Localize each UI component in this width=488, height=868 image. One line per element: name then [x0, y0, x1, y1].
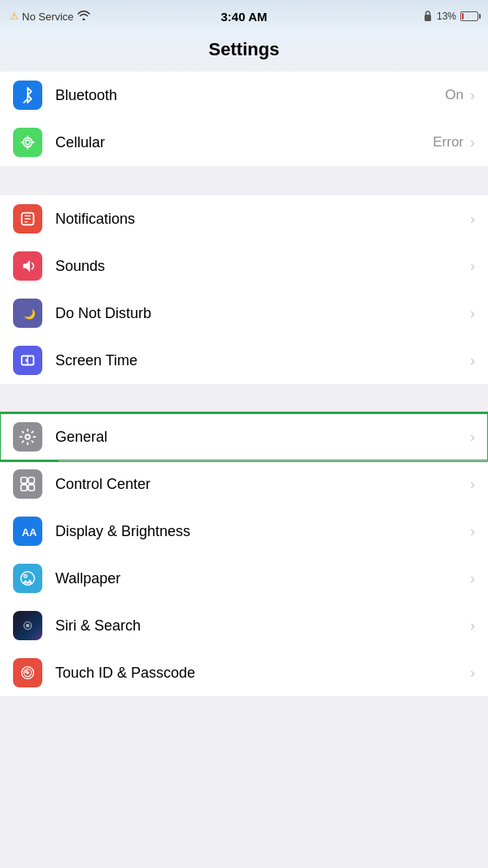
svg-marker-11: [24, 260, 30, 273]
notifications-section: Notifications › Sounds › 🌙 Do Not Distur…: [0, 195, 488, 384]
wallpaper-row[interactable]: Wallpaper ›: [0, 555, 488, 602]
warning-icon: ⚠: [10, 11, 19, 22]
page-title: Settings: [0, 31, 488, 72]
gap-1: [0, 166, 488, 195]
display-label: Display & Brightness: [55, 523, 470, 540]
status-bar: ⚠ No Service 3:40 AM 13%: [0, 0, 488, 31]
touch-id-chevron: ›: [470, 665, 475, 682]
siri-icon: [13, 611, 42, 640]
sounds-chevron: ›: [470, 258, 475, 275]
control-center-row[interactable]: Control Center ›: [0, 460, 488, 508]
general-label: General: [55, 429, 470, 446]
battery-percent: 13%: [437, 11, 456, 22]
dnd-label: Do Not Disturb: [55, 305, 470, 322]
svg-rect-16: [21, 478, 27, 483]
bluetooth-row[interactable]: Bluetooth On ›: [0, 72, 488, 119]
control-center-chevron: ›: [470, 476, 475, 493]
bluetooth-icon: [13, 81, 42, 110]
wallpaper-chevron: ›: [470, 570, 475, 587]
general-icon: [13, 422, 42, 451]
cellular-chevron: ›: [470, 134, 475, 151]
general-chevron: ›: [470, 429, 475, 446]
cellular-icon: [13, 128, 42, 157]
dnd-icon: 🌙: [13, 299, 42, 328]
svg-point-22: [24, 574, 27, 578]
general-row[interactable]: General ›: [0, 413, 488, 460]
no-service-text: No Service: [22, 11, 74, 23]
svg-point-24: [26, 624, 30, 628]
bluetooth-value: On: [445, 87, 464, 103]
display-chevron: ›: [470, 523, 475, 540]
lock-icon: [423, 10, 433, 24]
connectivity-group: Bluetooth On › Cellular Error ›: [0, 72, 488, 166]
svg-rect-19: [28, 485, 34, 491]
siri-label: Siri & Search: [55, 617, 470, 635]
svg-text:AA: AA: [22, 526, 37, 539]
screen-time-icon: [13, 346, 42, 375]
wallpaper-label: Wallpaper: [55, 570, 470, 587]
status-time: 3:40 AM: [221, 10, 268, 24]
bluetooth-chevron: ›: [470, 87, 475, 104]
dnd-chevron: ›: [470, 305, 475, 322]
svg-point-2: [25, 140, 30, 145]
connectivity-section: Bluetooth On › Cellular Error ›: [0, 72, 488, 166]
siri-chevron: ›: [470, 617, 475, 635]
touch-id-row[interactable]: Touch ID & Passcode ›: [0, 649, 488, 696]
cellular-row[interactable]: Cellular Error ›: [0, 119, 488, 166]
sounds-row[interactable]: Sounds ›: [0, 242, 488, 290]
general-group: General › Control Center › AA Displa: [0, 413, 488, 696]
svg-rect-17: [28, 478, 34, 483]
status-right: 13%: [423, 10, 478, 24]
screen-time-label: Screen Time: [55, 352, 470, 369]
siri-row[interactable]: Siri & Search ›: [0, 602, 488, 649]
gap-2: [0, 384, 488, 413]
svg-point-15: [25, 434, 30, 439]
notifications-group: Notifications › Sounds › 🌙 Do Not Distur…: [0, 195, 488, 384]
display-icon: AA: [13, 517, 42, 546]
sounds-icon: [13, 251, 42, 281]
notifications-row[interactable]: Notifications ›: [0, 195, 488, 242]
wifi-icon: [77, 10, 90, 23]
cellular-label: Cellular: [55, 134, 433, 151]
touch-id-label: Touch ID & Passcode: [55, 665, 470, 682]
general-section: General › Control Center › AA Displa: [0, 413, 488, 696]
control-center-label: Control Center: [55, 476, 470, 493]
cellular-value: Error: [433, 134, 464, 150]
control-center-icon: [13, 469, 42, 499]
svg-rect-18: [21, 485, 27, 491]
screen-time-row[interactable]: Screen Time ›: [0, 337, 488, 384]
battery-icon: [460, 11, 478, 21]
notifications-icon: [13, 204, 42, 233]
screen-time-chevron: ›: [470, 352, 475, 369]
bluetooth-label: Bluetooth: [55, 87, 445, 104]
display-row[interactable]: AA Display & Brightness ›: [0, 508, 488, 555]
svg-text:🌙: 🌙: [24, 308, 36, 320]
sounds-label: Sounds: [55, 258, 470, 275]
svg-point-1: [24, 138, 33, 147]
wallpaper-icon: [13, 564, 42, 593]
svg-rect-0: [425, 15, 431, 21]
dnd-row[interactable]: 🌙 Do Not Disturb ›: [0, 290, 488, 337]
status-left: ⚠ No Service: [10, 10, 90, 23]
notifications-chevron: ›: [470, 211, 475, 228]
touch-id-icon: [13, 658, 42, 687]
notifications-label: Notifications: [55, 211, 470, 228]
